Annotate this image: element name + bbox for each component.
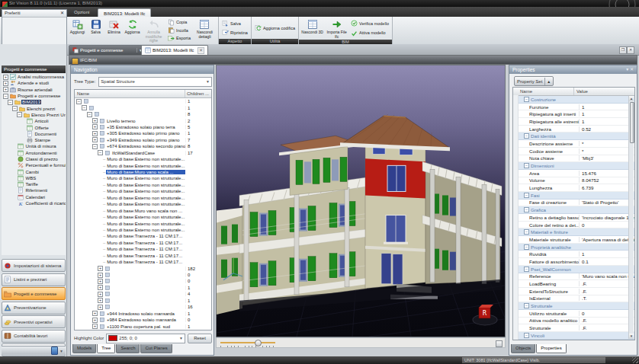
sidebar-tree-item[interactable]: −Progetti e commesse — [2, 93, 66, 99]
sidebar-tree-item[interactable]: Documenti — [2, 131, 66, 137]
tree-row[interactable]: –Muro di base:Tramezza - 11 CM:17... — [75, 259, 211, 265]
ribbon-button-ripristina[interactable]: Ripristina — [220, 29, 249, 36]
sidebar-tree-item[interactable]: +Aziende e studi — [2, 80, 66, 86]
property-group-row[interactable]: −Pset_WallCommon — [519, 266, 634, 273]
expander-plus-icon[interactable]: + — [3, 75, 8, 80]
tree-row[interactable]: –Muro di base:Esterno non strutturale... — [75, 201, 211, 207]
scroll-down-icon[interactable]: ▼ — [629, 334, 634, 339]
sidebar-tree-item[interactable]: Calendari — [2, 194, 66, 200]
property-row[interactable]: Materiale strutturale'Apertura massa di … — [519, 236, 634, 244]
expander-plus-icon[interactable]: + — [92, 131, 98, 136]
zoom-slider-track[interactable] — [220, 342, 275, 343]
property-row[interactable]: Reference'Muro vano scala non strut... — [519, 273, 634, 281]
tree-row[interactable]: –Muro di base:Esterno non strutturale... — [75, 214, 211, 220]
tree-row[interactable]: +Livello terreno2 — [75, 117, 211, 123]
expander-plus-icon[interactable]: + — [92, 118, 98, 123]
expander-plus-icon[interactable]: + — [3, 81, 8, 86]
expander-minus-icon[interactable]: − — [3, 94, 8, 99]
property-row[interactable]: Ruvidità1 — [519, 251, 634, 258]
sidebar-tree-item[interactable]: Arrotondamenti — [2, 150, 66, 156]
sidebar-tree-item[interactable]: Articoli — [2, 118, 66, 124]
property-row[interactable]: Fattore di assorbimento0.1 — [519, 258, 634, 266]
tree-row[interactable]: –Muro di base:Esterno non strutturale... — [75, 227, 211, 233]
sidebar-tree-item[interactable]: Riferimenti — [2, 187, 66, 193]
tree-row[interactable]: −1 — [75, 98, 211, 104]
navigation-panel-header[interactable]: Navigation — [71, 65, 214, 74]
sidebar-tree-item[interactable]: KCoefficienti di ricarica — [2, 200, 66, 206]
properties-scrollbar[interactable]: ▲ ▼ — [628, 96, 634, 339]
sidebar-tree-item[interactable]: Tariffe — [2, 181, 66, 187]
sidebar-tree-item[interactable]: −BIM2013 — [2, 99, 66, 105]
expander-minus-icon[interactable]: − — [87, 112, 92, 117]
property-row[interactable]: Codice assieme* — [519, 148, 634, 155]
sidebar-nav-preventivi-operativi[interactable]: Preventivi operativi — [2, 315, 66, 328]
expander-minus-icon[interactable]: − — [92, 144, 98, 149]
property-set-button[interactable]: Property Set ▲ — [514, 76, 554, 86]
properties-panel-header[interactable]: Properties ▾ ✕ — [509, 65, 637, 74]
expander-minus-icon[interactable]: − — [82, 105, 87, 110]
sidebar-tree-item[interactable]: Classi di prezzo — [2, 156, 66, 162]
sidebar-tree-item[interactable]: Unità di misura — [2, 143, 66, 149]
property-row[interactable]: IsExternal.T. — [519, 295, 634, 303]
collapse-icon[interactable]: − — [524, 97, 529, 102]
sidebar-tree-item[interactable]: Offerte — [2, 124, 66, 130]
ribbon-button-attiva-modello[interactable]: Attiva modello — [349, 30, 390, 37]
tree-row[interactable]: +1 — [75, 285, 211, 291]
close-window-icon[interactable]: ✕ — [627, 46, 634, 54]
expander-minus-icon[interactable]: − — [76, 99, 82, 104]
tree-row[interactable]: +0 — [75, 272, 211, 278]
property-row[interactable]: Ripiegatura agli inserti1 — [519, 110, 634, 118]
property-row[interactable]: Larghezza0.52 — [519, 126, 634, 133]
tree-row[interactable]: −1 — [75, 104, 211, 110]
column-name[interactable]: Name — [513, 88, 574, 95]
tree-row[interactable]: –Muro di base:Esterno non strutturale... — [75, 182, 211, 188]
property-row[interactable]: Fase di creazione'Stato di Progetto' — [519, 200, 634, 207]
tab-models[interactable]: Models — [72, 344, 96, 353]
tree-row[interactable]: +4 — [75, 291, 211, 297]
sidebar-tree-item[interactable]: Stampe — [2, 137, 66, 143]
property-row[interactable]: Nota chiave'Mbj3' — [519, 155, 634, 163]
ribbon-button-importa-file-ifc[interactable]: Importa File Ifc — [325, 18, 348, 39]
tree-row[interactable]: ++944 Intradosso solaio mansarda1 — [75, 310, 211, 316]
tab-tree[interactable]: Tree — [97, 344, 115, 353]
tree-row[interactable]: –Muro di base:Esterno non strutturale... — [75, 188, 211, 194]
property-row[interactable]: Area15.476 — [519, 170, 634, 177]
expander-minus-icon[interactable]: − — [98, 150, 103, 155]
viewport-3d[interactable]: R — [216, 65, 506, 337]
tree-row[interactable]: ++984 Estradosso solaio mansarda0 — [75, 317, 211, 323]
tab-properties[interactable]: Properties — [536, 344, 566, 353]
property-row[interactable]: Funzione1 — [519, 104, 634, 111]
collapse-icon[interactable]: − — [524, 333, 529, 338]
property-row[interactable]: LoadBearing.F. — [519, 280, 634, 288]
collapse-icon[interactable]: − — [524, 303, 529, 308]
tree-row[interactable]: +0 — [75, 278, 211, 284]
sidebar-tree-item[interactable]: Cambi — [2, 168, 66, 174]
collapse-icon[interactable]: − — [524, 244, 529, 250]
expander-minus-icon[interactable]: − — [12, 106, 18, 111]
tree-row[interactable]: –Muro di base:Esterno non strutturale... — [75, 175, 211, 181]
ribbon-button-nascondi-3d[interactable]: Nascondi 3D — [300, 18, 324, 39]
property-group-row[interactable]: −Dati identità — [519, 133, 634, 140]
property-row[interactable]: Ripiegatura alle estremità1 — [519, 118, 634, 126]
scroll-up-icon[interactable]: ▲ — [629, 96, 634, 101]
property-row[interactable]: Strutturale.F. — [519, 324, 634, 332]
tree-row[interactable]: ++305 Estradosso solaio primo piano1 — [75, 130, 211, 136]
expander-plus-icon[interactable]: + — [98, 279, 103, 284]
ribbon-button-aggiorna-codifica[interactable]: Aggiorna codifica — [253, 24, 297, 31]
tree-row[interactable]: –Muro di base:Tramezza - 11 CM:17... — [75, 253, 211, 259]
property-row[interactable]: Lunghezza6.739 — [519, 184, 634, 192]
tree-row[interactable]: +1 — [75, 298, 211, 304]
expander-plus-icon[interactable]: + — [3, 87, 8, 92]
expander-plus-icon[interactable]: + — [98, 285, 103, 290]
ribbon-button-aggiungi[interactable]: Aggiungi — [69, 18, 86, 43]
sidebar-tree-item[interactable]: Percentuali e formule — [2, 162, 66, 168]
tree-row[interactable]: +182 — [75, 265, 211, 271]
tree-row[interactable]: –Muro di base:Muro vano scala non ... — [75, 207, 211, 213]
property-group-row[interactable]: −Vincoli — [519, 332, 634, 340]
tree-row[interactable]: –Muro di base:Esterno non strutturale... — [75, 195, 211, 201]
tree-row[interactable]: −IfcWallStandardCase17 — [75, 150, 211, 156]
tree-row[interactable]: –Muro di base:Muro vano scala ... — [75, 169, 211, 175]
sidebar-nav-progetti-e-commesse[interactable]: Progetti e commesse — [2, 287, 66, 300]
expander-plus-icon[interactable]: + — [98, 266, 103, 271]
property-row[interactable]: Retino a dettaglio basso'Incrociato diag… — [519, 214, 634, 222]
